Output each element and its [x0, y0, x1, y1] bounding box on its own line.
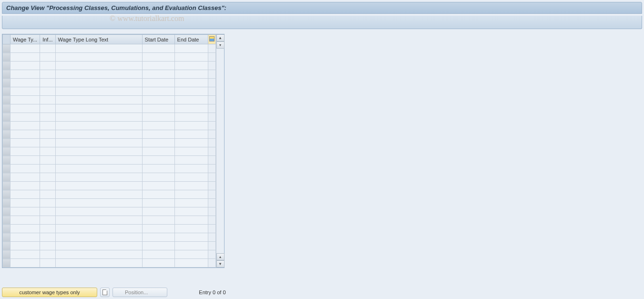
table-row[interactable] [3, 62, 216, 70]
table-cell[interactable] [174, 165, 208, 173]
table-cell[interactable] [174, 122, 208, 130]
row-selector-cell[interactable] [3, 70, 10, 79]
row-selector-cell[interactable] [3, 165, 10, 173]
table-cell[interactable] [142, 250, 174, 259]
table-cell[interactable] [10, 122, 40, 130]
table-cell[interactable] [40, 225, 55, 233]
table-row[interactable] [3, 53, 216, 62]
table-cell[interactable] [10, 182, 40, 190]
table-cell[interactable] [10, 225, 40, 233]
table-cell[interactable] [10, 233, 40, 242]
table-row[interactable] [3, 156, 216, 165]
row-selector-cell[interactable] [3, 156, 10, 165]
table-cell[interactable] [174, 104, 208, 113]
table-cell[interactable] [40, 139, 55, 147]
table-cell[interactable] [174, 156, 208, 165]
table-row[interactable] [3, 113, 216, 122]
table-cell[interactable] [55, 190, 142, 199]
document-icon-button[interactable] [100, 288, 110, 297]
table-cell[interactable] [142, 130, 174, 139]
table-cell[interactable] [142, 113, 174, 122]
table-row[interactable] [3, 165, 216, 173]
table-cell[interactable] [174, 62, 208, 70]
table-cell[interactable] [55, 53, 142, 62]
table-row[interactable] [3, 104, 216, 113]
table-cell[interactable] [40, 79, 55, 87]
table-cell[interactable] [55, 250, 142, 259]
table-cell[interactable] [55, 199, 142, 207]
table-cell[interactable] [142, 96, 174, 104]
table-cell[interactable] [40, 87, 55, 96]
table-row[interactable] [3, 259, 216, 268]
scroll-down-button[interactable]: ▼ [216, 260, 225, 268]
table-row[interactable] [3, 130, 216, 139]
table-cell[interactable] [174, 130, 208, 139]
table-cell[interactable] [142, 233, 174, 242]
table-cell[interactable] [10, 62, 40, 70]
row-selector-cell[interactable] [3, 216, 10, 225]
table-cell[interactable] [10, 216, 40, 225]
table-cell[interactable] [10, 113, 40, 122]
table-cell[interactable] [10, 156, 40, 165]
table-cell[interactable] [10, 70, 40, 79]
table-cell[interactable] [174, 44, 208, 53]
table-cell[interactable] [10, 259, 40, 268]
table-row[interactable] [3, 79, 216, 87]
scroll-track[interactable] [216, 49, 224, 253]
table-cell[interactable] [142, 199, 174, 207]
table-cell[interactable] [174, 242, 208, 250]
table-cell[interactable] [55, 113, 142, 122]
table-cell[interactable] [40, 250, 55, 259]
table-cell[interactable] [10, 147, 40, 156]
table-cell[interactable] [10, 104, 40, 113]
table-cell[interactable] [10, 250, 40, 259]
row-selector-cell[interactable] [3, 233, 10, 242]
table-cell[interactable] [40, 113, 55, 122]
table-cell[interactable] [55, 259, 142, 268]
table-cell[interactable] [40, 190, 55, 199]
table-row[interactable] [3, 87, 216, 96]
table-cell[interactable] [142, 44, 174, 53]
row-selector-cell[interactable] [3, 190, 10, 199]
table-row[interactable] [3, 250, 216, 259]
row-selector-cell[interactable] [3, 199, 10, 207]
table-cell[interactable] [40, 147, 55, 156]
table-row[interactable] [3, 190, 216, 199]
table-cell[interactable] [142, 122, 174, 130]
table-config-button[interactable] [208, 35, 215, 44]
table-cell[interactable] [142, 147, 174, 156]
table-cell[interactable] [40, 182, 55, 190]
table-cell[interactable] [40, 130, 55, 139]
table-cell[interactable] [174, 173, 208, 182]
table-cell[interactable] [55, 70, 142, 79]
column-header-end-date[interactable]: End Date [174, 35, 208, 44]
table-cell[interactable] [10, 96, 40, 104]
table-cell[interactable] [142, 225, 174, 233]
table-cell[interactable] [10, 165, 40, 173]
table-cell[interactable] [10, 53, 40, 62]
table-cell[interactable] [55, 242, 142, 250]
table-row[interactable] [3, 216, 216, 225]
table-cell[interactable] [55, 147, 142, 156]
table-cell[interactable] [55, 156, 142, 165]
table-cell[interactable] [40, 199, 55, 207]
table-cell[interactable] [142, 259, 174, 268]
row-selector-cell[interactable] [3, 44, 10, 53]
column-header-inf[interactable]: Inf... [40, 35, 55, 44]
table-cell[interactable] [10, 130, 40, 139]
table-row[interactable] [3, 182, 216, 190]
table-cell[interactable] [10, 242, 40, 250]
row-selector-cell[interactable] [3, 62, 10, 70]
table-cell[interactable] [55, 104, 142, 113]
table-cell[interactable] [40, 122, 55, 130]
table-cell[interactable] [40, 207, 55, 216]
table-cell[interactable] [55, 173, 142, 182]
table-cell[interactable] [55, 216, 142, 225]
table-cell[interactable] [174, 225, 208, 233]
table-cell[interactable] [55, 233, 142, 242]
table-cell[interactable] [142, 70, 174, 79]
row-selector-cell[interactable] [3, 242, 10, 250]
table-row[interactable] [3, 70, 216, 79]
table-cell[interactable] [10, 207, 40, 216]
table-cell[interactable] [40, 44, 55, 53]
